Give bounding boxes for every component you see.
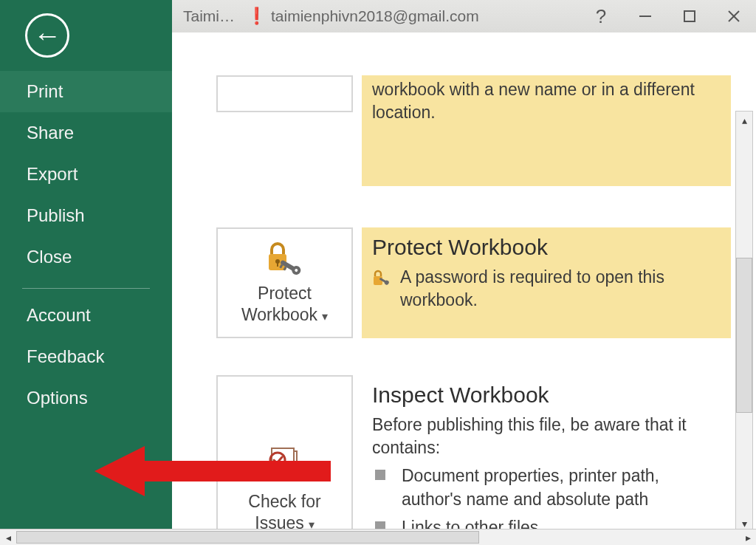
inspect-bullet: Document properties, printer path, autho… <box>372 464 719 511</box>
close-icon <box>726 8 742 24</box>
inspect-heading: Inspect Workbook <box>372 383 719 408</box>
svg-rect-12 <box>374 276 382 285</box>
saveas-description-partial: workbook with a new name or in a differe… <box>372 78 719 124</box>
scroll-track[interactable] <box>736 129 752 515</box>
hscroll-track[interactable] <box>16 529 740 545</box>
scroll-right-button[interactable]: ▸ <box>740 529 756 545</box>
sidebar-item-label: Export <box>27 164 78 184</box>
sidebar-item-share[interactable]: Share <box>0 112 172 154</box>
svg-rect-1 <box>684 11 695 21</box>
saveas-tile-partial[interactable] <box>216 75 353 112</box>
scroll-thumb[interactable] <box>736 258 752 413</box>
protect-tile-label-2: Workbook <box>241 305 317 324</box>
sidebar-item-label: Options <box>27 388 88 408</box>
hscroll-thumb[interactable] <box>16 531 479 544</box>
protect-heading: Protect Workbook <box>372 235 719 260</box>
sidebar-item-label: Close <box>27 247 72 267</box>
document-title: Taimi… <box>183 7 235 25</box>
sidebar-item-label: Account <box>27 305 91 325</box>
sidebar-item-print[interactable]: Print <box>0 71 172 112</box>
scroll-up-button[interactable]: ▴ <box>736 112 752 129</box>
inspect-workbook-card: Check for Issues▾ Inspect Workbook Befor… <box>216 375 731 545</box>
sidebar-item-label: Publish <box>27 205 85 225</box>
sidebar-item-options[interactable]: Options <box>0 377 172 419</box>
lock-key-icon <box>263 240 307 275</box>
protect-tile-label-1: Protect <box>258 284 312 303</box>
sidebar-item-publish[interactable]: Publish <box>0 195 172 236</box>
scroll-left-button[interactable]: ◂ <box>0 529 16 545</box>
sidebar-item-export[interactable]: Export <box>0 154 172 195</box>
inspect-lead: Before publishing this file, be aware th… <box>372 414 719 459</box>
lock-key-small-icon <box>372 269 391 287</box>
checklist-icon <box>263 448 307 484</box>
maximize-icon <box>682 9 697 24</box>
saveas-card-partial: workbook with a new name or in a differe… <box>216 75 731 186</box>
warning-icon: ❗ <box>247 7 267 26</box>
protect-workbook-tile[interactable]: Protect Workbook▾ <box>216 227 353 338</box>
sidebar-item-account[interactable]: Account <box>0 295 172 336</box>
sidebar-item-label: Share <box>27 123 74 143</box>
svg-rect-6 <box>277 261 278 267</box>
close-button[interactable] <box>712 0 756 32</box>
content-vertical-scrollbar[interactable]: ▴ ▾ <box>735 111 753 533</box>
window-horizontal-scrollbar[interactable]: ◂ ▸ <box>0 529 756 545</box>
minimize-button[interactable] <box>623 0 667 32</box>
sidebar-divider <box>22 288 150 289</box>
sidebar-item-label: Print <box>27 81 63 101</box>
backstage-sidebar: Print Share Export Publish Close Account… <box>0 0 172 545</box>
protect-workbook-card: Protect Workbook▾ Protect Workbook <box>216 227 731 338</box>
help-button[interactable]: ? <box>579 0 623 32</box>
maximize-button[interactable] <box>667 0 712 32</box>
dropdown-caret-icon: ▾ <box>322 310 328 323</box>
inspect-tile-label-1: Check for <box>248 492 320 511</box>
back-button[interactable] <box>25 13 69 58</box>
sidebar-item-label: Feedback <box>27 346 104 366</box>
account-email[interactable]: taimienphivn2018@gmail.com <box>271 7 479 25</box>
backstage-content: workbook with a new name or in a differe… <box>172 32 756 545</box>
protect-body: A password is required to open this work… <box>400 266 719 312</box>
sidebar-item-close[interactable]: Close <box>0 236 172 278</box>
minimize-icon <box>637 8 653 24</box>
check-for-issues-tile[interactable]: Check for Issues▾ <box>216 375 353 545</box>
sidebar-item-feedback[interactable]: Feedback <box>0 336 172 377</box>
